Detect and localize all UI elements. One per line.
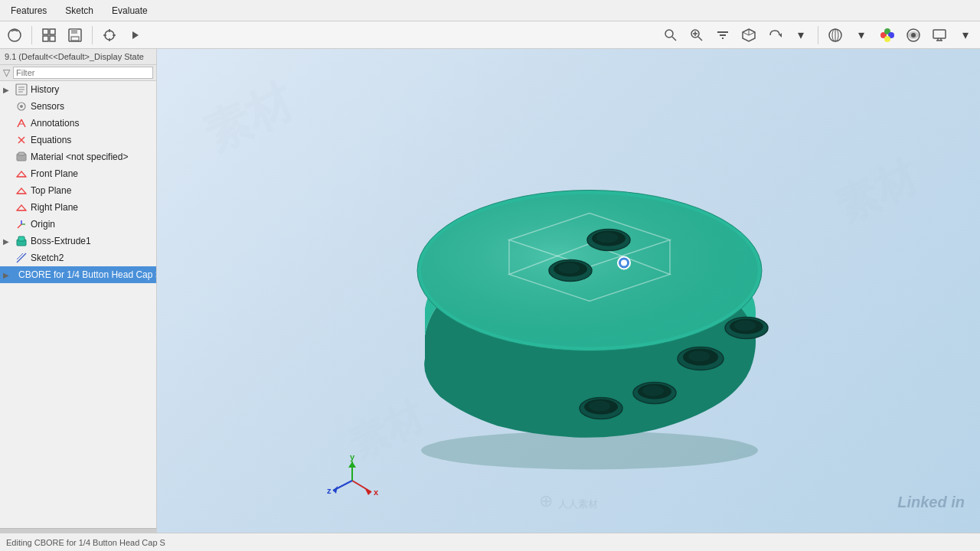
svg-point-0: [8, 29, 21, 41]
menu-features[interactable]: Features: [6, 4, 51, 18]
search-icon2[interactable]: [685, 24, 708, 47]
save-btn[interactable]: [64, 24, 87, 47]
boss-extrude1-label: Boss-Extrude1: [31, 236, 91, 246]
tree-item-top-plane[interactable]: Top Plane: [0, 182, 156, 199]
search-icon1[interactable]: [659, 24, 682, 47]
sidebar-title: 9.1 (Default<<Default>_Display State: [5, 52, 144, 61]
svg-point-45: [20, 105, 23, 108]
main-area: 9.1 (Default<<Default>_Display State ▽ ▶…: [0, 49, 980, 533]
svg-rect-63: [18, 236, 24, 241]
tree-item-origin[interactable]: Origin: [0, 216, 156, 233]
tree-item-material[interactable]: Material <not specified>: [0, 148, 156, 165]
svg-point-88: [642, 386, 664, 396]
origin-icon: [15, 218, 28, 230]
grid-view-btn[interactable]: [38, 24, 60, 47]
svg-line-25: [749, 32, 755, 35]
bottom-bar: Editing CBORE for 1/4 Button Head Cap S: [0, 533, 980, 551]
status-text: Editing CBORE for 1/4 Button Head Cap S: [6, 538, 165, 547]
cube-view-icon[interactable]: [737, 24, 760, 47]
tree-item-right-plane[interactable]: Right Plane: [0, 199, 156, 216]
menu-sketch[interactable]: Sketch: [60, 4, 98, 18]
tree-item-cbore[interactable]: ▶ CBORE for 1/4 Button Head Cap S: [0, 266, 156, 283]
svg-rect-4: [50, 36, 55, 41]
svg-rect-6: [71, 29, 77, 34]
boss-extrude-icon: [15, 235, 28, 247]
sidebar-filter-input[interactable]: [13, 67, 153, 79]
watermark1: 素材: [194, 70, 304, 165]
tree-item-annotations[interactable]: Annotations: [0, 115, 156, 132]
history-label: History: [31, 84, 59, 95]
svg-line-97: [352, 481, 371, 492]
expand-history-icon: ▶: [3, 86, 12, 94]
sidebar: 9.1 (Default<<Default>_Display State ▽ ▶…: [0, 49, 157, 533]
sketch2-icon: [15, 252, 28, 264]
tree-item-boss-extrude1[interactable]: ▶ Boss-Extrude1: [0, 233, 156, 249]
3d-model: [371, 91, 815, 491]
right-plane-icon: [15, 201, 28, 214]
svg-line-65: [17, 253, 23, 259]
monitor-dropdown-icon[interactable]: ▾: [954, 24, 977, 47]
history-icon: [15, 83, 28, 96]
linkedin-watermark: Linked in: [897, 494, 965, 511]
watermark2: 素材: [827, 148, 927, 236]
menu-evaluate[interactable]: Evaluate: [107, 4, 152, 18]
svg-text:y: y: [350, 454, 355, 461]
front-plane-label: Front Plane: [31, 168, 78, 179]
svg-point-85: [688, 351, 710, 362]
sep2: [92, 26, 93, 44]
appearance-icon[interactable]: [876, 24, 899, 47]
filter-icon: ▽: [3, 67, 10, 78]
svg-point-91: [589, 401, 610, 412]
material-icon: [15, 151, 28, 163]
sensors-icon: [15, 100, 28, 112]
rotate-view-btn[interactable]: [3, 24, 26, 47]
svg-marker-100: [348, 461, 356, 468]
axes-display: x y z: [325, 454, 379, 510]
svg-point-82: [558, 263, 580, 274]
sensors-label: Sensors: [31, 101, 64, 112]
arrow-right-btn[interactable]: [124, 24, 147, 47]
display-dropdown-icon[interactable]: ▾: [850, 24, 873, 47]
sep1: [31, 26, 32, 44]
svg-line-47: [21, 119, 25, 127]
selection-filter-icon[interactable]: [711, 24, 734, 47]
center-watermark: ⊕ 人人素材: [539, 491, 599, 511]
toolbar: ▾ ▾ ▾: [0, 21, 980, 49]
rotate3d-icon[interactable]: [763, 24, 786, 47]
svg-point-33: [884, 36, 890, 42]
monitor-display-icon[interactable]: [928, 24, 951, 47]
crosshair-btn[interactable]: [98, 24, 121, 47]
svg-point-79: [596, 233, 618, 243]
expand-cbore-icon: ▶: [3, 271, 12, 279]
realview-icon[interactable]: [902, 24, 925, 47]
tree-item-equations[interactable]: Equations: [0, 132, 156, 148]
svg-rect-20: [717, 31, 728, 33]
svg-point-96: [621, 260, 627, 266]
expand-boss-icon: ▶: [3, 237, 12, 246]
tree-item-front-plane[interactable]: Front Plane: [0, 165, 156, 182]
viewport[interactable]: 素材 素材 素材: [157, 49, 980, 533]
svg-point-35: [911, 33, 916, 37]
tree-item-sketch2[interactable]: Sketch2: [0, 249, 156, 266]
svg-line-46: [18, 119, 21, 127]
sketch2-label: Sketch2: [31, 253, 64, 263]
svg-rect-2: [50, 29, 55, 34]
sep3: [818, 26, 818, 44]
annotations-icon: [15, 117, 28, 129]
svg-line-26: [743, 32, 749, 35]
material-label: Material <not specified>: [31, 152, 128, 162]
menu-bar: Features Sketch Evaluate: [0, 0, 980, 21]
svg-marker-55: [17, 188, 26, 194]
origin-label: Origin: [31, 219, 55, 230]
rotate-dropdown-icon[interactable]: ▾: [789, 24, 812, 47]
svg-point-14: [665, 30, 673, 37]
display-style-icon[interactable]: [824, 24, 847, 47]
tree-item-sensors[interactable]: Sensors: [0, 98, 156, 115]
cbore-label: CBORE for 1/4 Button Head Cap S: [18, 269, 157, 280]
svg-line-17: [698, 37, 702, 41]
svg-point-94: [734, 321, 756, 331]
tree-item-history[interactable]: ▶ History: [0, 81, 156, 98]
front-plane-icon: [15, 168, 28, 180]
model-svg: [371, 91, 815, 489]
sidebar-header: 9.1 (Default<<Default>_Display State: [0, 49, 156, 65]
